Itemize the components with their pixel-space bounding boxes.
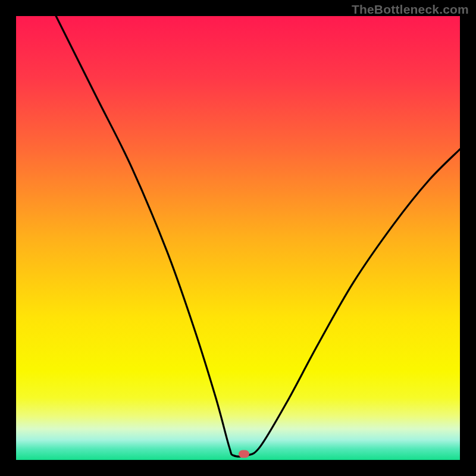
bottleneck-curve [16, 16, 460, 460]
optimal-point-marker [239, 450, 249, 458]
chart-frame: TheBottleneck.com [0, 0, 476, 476]
watermark-text: TheBottleneck.com [352, 2, 469, 17]
plot-area [16, 16, 460, 460]
